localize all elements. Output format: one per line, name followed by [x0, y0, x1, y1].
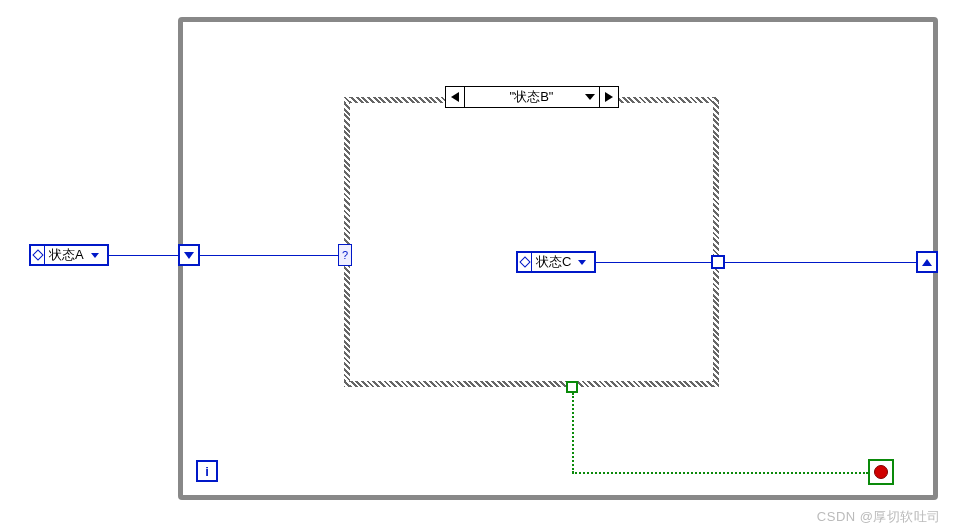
- tunnel-output[interactable]: [711, 255, 725, 269]
- case-structure-frame: [350, 103, 713, 381]
- ring-icon: [31, 246, 45, 264]
- triangle-right-icon: [605, 92, 613, 102]
- case-selector-terminal[interactable]: ?: [338, 244, 352, 266]
- watermark-text: CSDN @厚切软吐司: [817, 508, 941, 526]
- question-mark-icon: ?: [342, 249, 348, 261]
- enum-constant-state-c[interactable]: 状态C: [516, 251, 596, 273]
- tunnel-boolean[interactable]: [566, 381, 578, 393]
- triangle-left-icon: [451, 92, 459, 102]
- case-selector-label-box[interactable]: "状态B": [465, 86, 599, 108]
- boolean-wire: [572, 393, 574, 473]
- chevron-down-icon: [575, 253, 589, 271]
- iteration-symbol: i: [205, 464, 209, 479]
- chevron-down-icon: [88, 246, 102, 264]
- chevron-down-icon: [585, 94, 595, 100]
- svg-marker-1: [605, 92, 613, 102]
- wire: [596, 262, 711, 263]
- case-next-button[interactable]: [599, 86, 619, 108]
- wire: [725, 262, 920, 263]
- shift-register-right[interactable]: [916, 251, 938, 273]
- enum-constant-state-c-label: 状态C: [532, 253, 575, 271]
- stop-terminal[interactable]: [868, 459, 894, 485]
- diagram-canvas: 状态A "状态B" ? 状态C: [0, 0, 953, 532]
- case-selector: "状态B": [445, 86, 619, 108]
- case-selector-label: "状态B": [510, 88, 554, 106]
- boolean-wire: [572, 472, 868, 474]
- shift-register-left[interactable]: [178, 244, 200, 266]
- stop-icon: [874, 465, 888, 479]
- ring-icon: [518, 253, 532, 271]
- enum-constant-state-a[interactable]: 状态A: [29, 244, 109, 266]
- case-structure[interactable]: "状态B": [344, 97, 719, 387]
- svg-marker-0: [451, 92, 459, 102]
- wire: [200, 255, 342, 256]
- enum-constant-state-a-label: 状态A: [45, 246, 88, 264]
- iteration-terminal[interactable]: i: [196, 460, 218, 482]
- case-prev-button[interactable]: [445, 86, 465, 108]
- wire: [109, 255, 181, 256]
